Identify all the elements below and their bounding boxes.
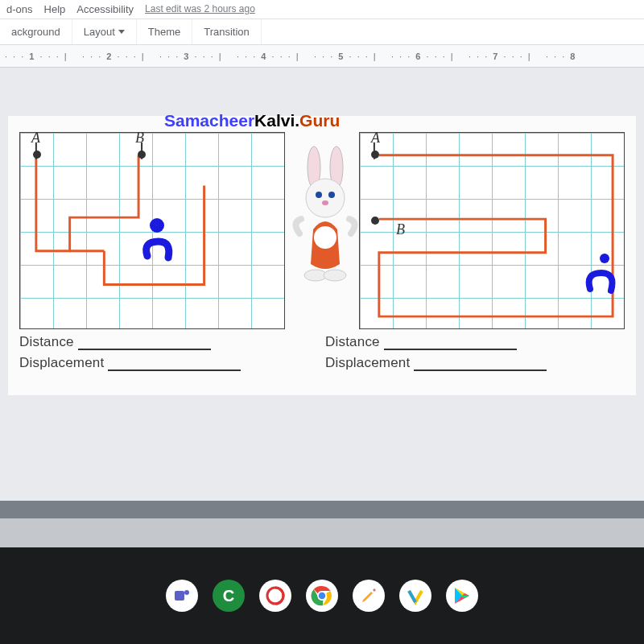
label-b-right: B <box>396 221 405 238</box>
ruler-tick: · · · 7 · · · | <box>469 52 546 61</box>
svg-point-2 <box>150 218 164 233</box>
blank-displacement-right[interactable] <box>414 369 547 371</box>
right-grid: A B <box>359 132 625 329</box>
toolbar-transition[interactable]: Transition <box>192 19 262 44</box>
blank-displacement-left[interactable] <box>108 369 241 371</box>
ruler-tick: · · · 5 · · · | <box>314 52 391 61</box>
chevron-down-icon <box>118 30 125 35</box>
label-a-left: A <box>31 130 40 147</box>
ruler-tick: · · · 3 · · · | <box>159 52 237 61</box>
menu-addons[interactable]: d-ons <box>6 3 33 15</box>
ruler-tick: · · · 2 · · · | <box>82 52 159 61</box>
svg-point-13 <box>600 254 609 263</box>
blank-distance-right[interactable] <box>384 349 517 350</box>
point-b-left <box>138 151 146 159</box>
left-grid: A B <box>19 132 285 329</box>
toolbar-background[interactable]: ackground <box>0 19 72 44</box>
dock-chrome-icon[interactable] <box>306 580 338 612</box>
watermark-title: SamacheerKalvi.Guru <box>164 111 340 130</box>
dock-swirl-icon[interactable] <box>259 580 291 612</box>
toolbar-layout[interactable]: Layout <box>72 19 137 44</box>
menu-bar: d-ons Help Accessibility Last edit was 2… <box>0 0 644 19</box>
svg-point-15 <box>184 590 189 595</box>
menu-accessibility[interactable]: Accessibility <box>76 3 134 15</box>
dock-pencil-icon[interactable] <box>353 580 385 612</box>
displacement-line-left: Displacement <box>19 355 319 371</box>
distance-line-left: Distance <box>19 334 319 350</box>
svg-rect-14 <box>175 591 184 601</box>
last-edit-info[interactable]: Last edit was 2 hours ago <box>145 3 255 15</box>
distance-line-right: Distance <box>325 334 625 350</box>
ruler-tick: · · · 6 · · · | <box>391 52 469 61</box>
dock-classroom-icon[interactable]: C <box>213 580 245 612</box>
dock-teams-icon[interactable] <box>166 580 198 612</box>
right-panel: A B Distance Displacement <box>325 132 625 371</box>
svg-point-6 <box>316 192 322 198</box>
menu-help[interactable]: Help <box>44 3 66 15</box>
slide-canvas-area[interactable]: SamacheerKalvi.Guru A B <box>0 68 644 518</box>
ink-annotation-left <box>139 217 175 266</box>
ink-annotation-right <box>584 252 619 297</box>
slide[interactable]: SamacheerKalvi.Guru A B <box>8 116 636 395</box>
ruler: · · · 1 · · · | · · · 2 · · · | · · · 3 … <box>0 45 644 68</box>
point-b-right <box>371 217 379 225</box>
displacement-line-right: Displacement <box>325 355 625 371</box>
ruler-tick: · · · 1 · · · | <box>5 52 82 61</box>
dock-v-icon[interactable] <box>399 580 431 612</box>
toolbar: ackground Layout Theme Transition <box>0 19 644 45</box>
point-a-left <box>33 151 41 159</box>
ruler-tick: · · · 8 <box>546 52 623 61</box>
toolbar-theme[interactable]: Theme <box>137 19 192 44</box>
ruler-tick: · · · 4 · · · | <box>237 52 314 61</box>
blank-distance-left[interactable] <box>78 349 211 350</box>
left-panel: A B Distance Displacement <box>19 132 319 371</box>
point-a-right <box>371 151 379 159</box>
label-a-right: A <box>371 130 380 147</box>
dock-play-icon[interactable] <box>446 580 478 612</box>
taskbar: C <box>0 547 644 644</box>
label-b-left: B <box>135 130 144 147</box>
